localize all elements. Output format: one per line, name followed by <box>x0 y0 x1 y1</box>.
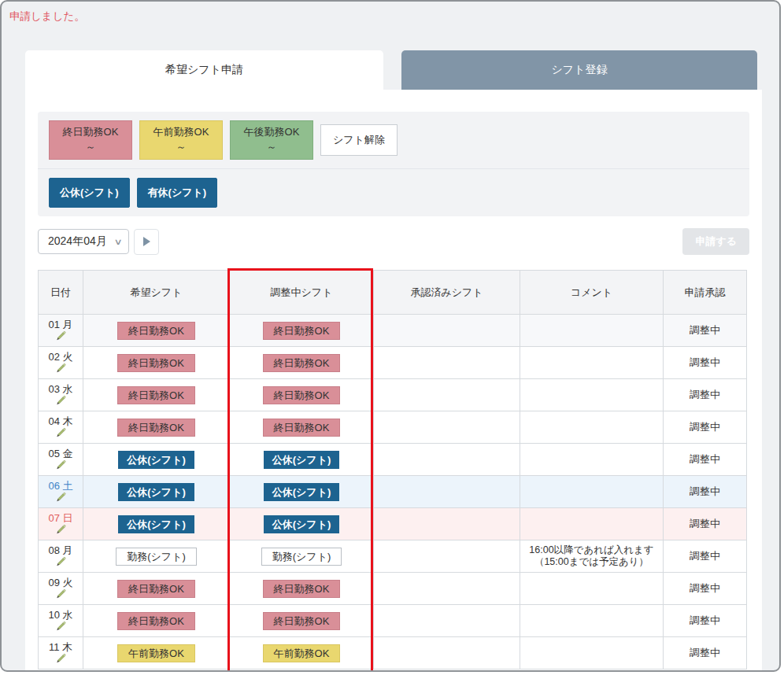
tab-shift-register[interactable]: シフト登録 <box>401 50 757 90</box>
shift-badge[interactable]: 終日勤務OK <box>117 386 195 404</box>
wish-shift-cell: 終日勤務OK <box>83 605 230 637</box>
legend-chip-afternoon-ok[interactable]: 午後勤務OK ～ <box>230 120 313 160</box>
edit-pencil-icon[interactable] <box>41 427 80 440</box>
comment-cell <box>520 444 664 476</box>
legend-chip-shift-clear[interactable]: シフト解除 <box>320 124 398 156</box>
comment-cell <box>520 347 664 379</box>
shift-badge[interactable]: 終日勤務OK <box>117 612 195 630</box>
date-number: 02 <box>48 351 59 363</box>
shift-badge: 終日勤務OK <box>263 322 341 340</box>
edit-pencil-icon[interactable] <box>41 492 80 504</box>
adjusting-shift-cell: 終日勤務OK <box>230 605 374 637</box>
shift-badge: 公休(シフト) <box>264 483 340 501</box>
chip-sub: ～ <box>86 140 96 155</box>
comment-cell <box>520 637 664 669</box>
table-row: 10 水 終日勤務OK 終日勤務OK 調整中 <box>39 605 747 637</box>
edit-pencil-icon[interactable] <box>41 653 80 666</box>
edit-pencil-icon[interactable] <box>41 556 80 569</box>
shift-badge[interactable]: 勤務(シフト) <box>116 548 197 566</box>
table-row: 04 木 終日勤務OK 終日勤務OK 調整中 <box>39 411 747 444</box>
comment-cell <box>520 573 664 605</box>
legend-chip-morning-ok[interactable]: 午前勤務OK ～ <box>139 120 223 160</box>
shift-badge[interactable]: 公休(シフト) <box>118 515 194 533</box>
date-number: 06 <box>48 480 59 492</box>
date-weekday: 水 <box>63 383 73 395</box>
adjusting-shift-cell: 終日勤務OK <box>230 347 374 379</box>
shift-badge[interactable]: 終日勤務OK <box>117 580 195 598</box>
edit-pencil-icon[interactable] <box>41 621 80 633</box>
legend-chip-paid-holiday[interactable]: 有休(シフト) <box>137 178 218 208</box>
chip-label: 公休(シフト) <box>60 186 119 201</box>
approved-shift-cell <box>374 476 520 508</box>
wish-shift-cell: 終日勤務OK <box>83 573 230 605</box>
chip-label: 終日勤務OK <box>63 125 119 140</box>
shift-badge[interactable]: 公休(シフト) <box>118 451 194 469</box>
tab-wish-shift-application[interactable]: 希望シフト申請 <box>25 50 383 90</box>
shift-table: 日付 希望シフト 調整中シフト 承認済みシフト コメント 申請承認 01 月 <box>38 270 747 669</box>
approved-shift-cell <box>374 573 520 605</box>
approved-shift-cell <box>374 347 520 379</box>
date-number: 09 <box>48 577 59 588</box>
edit-pencil-icon[interactable] <box>41 330 80 343</box>
date-cell: 02 火 <box>39 347 83 379</box>
table-row: 05 金 公休(シフト) 公休(シフト) 調整中 <box>39 444 747 476</box>
shift-badge[interactable]: 午前勤務OK <box>117 644 195 662</box>
adjusting-shift-cell: 終日勤務OK <box>230 411 374 444</box>
adjusting-shift-cell: 勤務(シフト) <box>230 540 374 573</box>
approved-shift-cell <box>374 508 520 540</box>
shift-badge[interactable]: 終日勤務OK <box>117 322 195 340</box>
edit-pencil-icon[interactable] <box>41 524 80 537</box>
date-weekday: 金 <box>63 448 73 459</box>
table-row: 02 火 終日勤務OK 終日勤務OK 調整中 <box>39 347 747 379</box>
table-row: 11 木 午前勤務OK 午前勤務OK 調整中 <box>39 637 747 669</box>
edit-pencil-icon[interactable] <box>41 363 80 375</box>
edit-pencil-icon[interactable] <box>41 395 80 408</box>
approved-shift-cell <box>374 411 520 444</box>
adjusting-shift-cell: 終日勤務OK <box>230 379 374 411</box>
wish-shift-cell: 終日勤務OK <box>83 379 230 411</box>
legend-chip-public-holiday[interactable]: 公休(シフト) <box>49 178 130 208</box>
shift-badge: 終日勤務OK <box>263 354 341 372</box>
table-row: 08 月 勤務(シフト) 勤務(シフト) 16:00以降であれば入れます（15:… <box>39 540 747 573</box>
date-cell: 04 木 <box>39 411 83 444</box>
approved-shift-cell <box>374 540 520 573</box>
flash-message: 申請しました。 <box>9 9 85 24</box>
adjusting-shift-cell: 公休(シフト) <box>230 444 374 476</box>
shift-badge: 終日勤務OK <box>263 580 341 598</box>
date-number: 07 <box>48 512 59 524</box>
shift-badge[interactable]: 公休(シフト) <box>118 483 194 501</box>
shift-badge[interactable]: 終日勤務OK <box>117 419 195 437</box>
shift-badge: 午前勤務OK <box>263 644 341 662</box>
header-approved-shift: 承認済みシフト <box>374 271 520 315</box>
tab-label: 希望シフト申請 <box>165 63 243 77</box>
date-weekday: 木 <box>62 641 72 653</box>
adjusting-shift-cell: 公休(シフト) <box>230 476 374 508</box>
apply-button[interactable]: 申請する <box>682 228 749 255</box>
next-month-button[interactable] <box>134 229 159 255</box>
status-cell: 調整中 <box>664 444 747 476</box>
comment-cell <box>520 379 664 411</box>
legend-chip-allday-ok[interactable]: 終日勤務OK ～ <box>49 120 132 160</box>
chip-label: シフト解除 <box>333 133 385 148</box>
month-select[interactable]: 2024年04月 ∨ <box>38 229 129 254</box>
date-number: 11 <box>49 641 60 653</box>
comment-cell <box>520 605 664 637</box>
chip-sub: ～ <box>176 140 187 155</box>
table-row-sunday: 07 日 公休(シフト) 公休(シフト) 調整中 <box>39 508 747 540</box>
shift-badge: 終日勤務OK <box>263 386 341 404</box>
shift-badge: 公休(シフト) <box>264 515 340 533</box>
shift-badge: 終日勤務OK <box>263 612 341 630</box>
approved-shift-cell <box>374 379 520 411</box>
status-cell: 調整中 <box>664 508 747 540</box>
edit-pencil-icon[interactable] <box>41 459 80 472</box>
date-number: 03 <box>48 383 59 395</box>
wish-shift-cell: 勤務(シフト) <box>83 540 230 573</box>
edit-pencil-icon[interactable] <box>41 588 80 601</box>
legend-row-shifts: 終日勤務OK ～ 午前勤務OK ～ 午後勤務OK ～ シフト解除 <box>38 112 749 169</box>
date-number: 01 <box>48 319 59 330</box>
date-weekday: 土 <box>63 480 73 492</box>
date-number: 10 <box>48 609 59 621</box>
shift-badge[interactable]: 終日勤務OK <box>117 354 195 372</box>
approved-shift-cell <box>374 315 520 347</box>
date-cell: 10 水 <box>39 605 83 637</box>
